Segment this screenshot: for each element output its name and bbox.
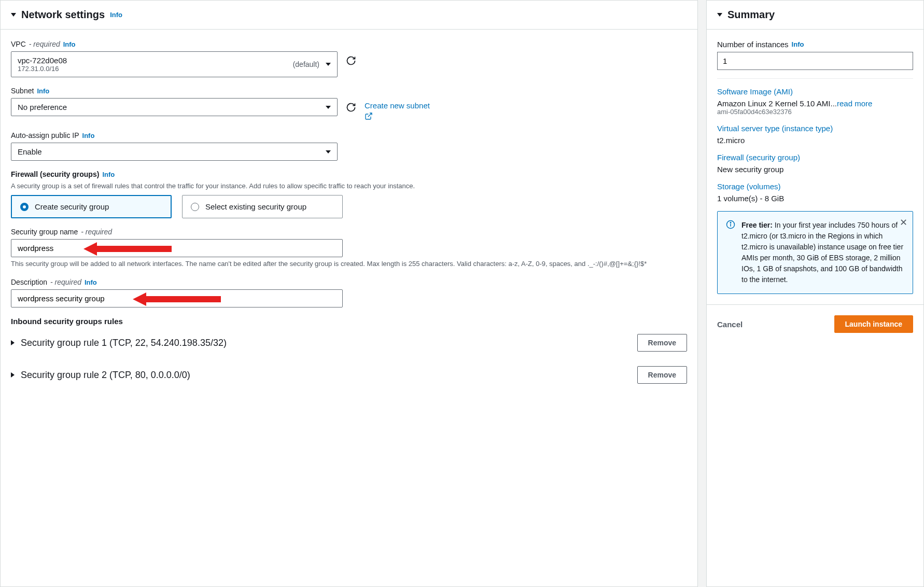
info-icon [726,220,735,285]
rule-row-2: Security group rule 2 (TCP, 80, 0.0.0.0/… [11,366,687,384]
chevron-down-icon [326,106,331,109]
required-text: - required [29,40,60,48]
chevron-down-icon [11,13,16,17]
select-sg-radio[interactable]: Select existing security group [182,195,343,218]
subnet-select[interactable]: No preference [11,98,338,116]
subnet-label: Subnet Info [11,87,687,95]
ami-name: Amazon Linux 2 Kernel 5.10 AMI... [717,99,837,108]
footer-actions: Cancel Launch instance [707,304,923,343]
public-ip-value: Enable [18,147,42,156]
sg-desc-input[interactable] [11,289,343,308]
info-link[interactable]: Info [102,171,115,178]
close-icon[interactable]: ✕ [900,217,907,228]
firewall-heading[interactable]: Firewall (security group) [717,153,913,162]
ami-heading[interactable]: Software Image (AMI) [717,87,913,96]
ami-id: ami-05fa00d4c63e32376 [717,108,913,116]
vpc-label-text: VPC [11,40,26,48]
sg-name-label: Security group name - required [11,228,687,236]
rule-row-1: Security group rule 1 (TCP, 22, 54.240.1… [11,334,687,352]
refresh-icon[interactable] [346,55,356,66]
sg-name-helper: This security group will be added to all… [11,259,687,269]
summary-panel: Summary Number of instances Info Softwar… [706,0,924,587]
cancel-button[interactable]: Cancel [717,320,743,329]
firewall-label-text: Firewall (security groups) [11,170,99,178]
launch-instance-button[interactable]: Launch instance [834,315,913,333]
public-ip-group: Auto-assign public IP Info Enable [11,131,687,161]
subnet-value: No preference [18,103,67,111]
info-link[interactable]: Info [110,11,122,19]
public-ip-label-text: Auto-assign public IP [11,131,79,139]
firewall-value: New security group [717,165,913,174]
instances-label: Number of instances Info [717,40,913,49]
sg-desc-label: Description - required Info [11,278,687,286]
radio-icon [191,203,199,211]
select-sg-label: Select existing security group [205,202,306,211]
firewall-label: Firewall (security groups) Info [11,170,687,178]
chevron-down-icon [326,63,331,66]
vpc-label: VPC - required Info [11,40,687,48]
vpc-default-text: (default) [293,60,319,68]
external-link-icon [365,112,430,122]
remove-rule-2-button[interactable]: Remove [637,366,687,384]
chevron-down-icon [326,150,331,153]
firewall-group: Firewall (security groups) Info A securi… [11,170,687,218]
subnet-group: Subnet Info No preference Create new sub… [11,87,687,122]
create-subnet-link[interactable]: Create new subnet [365,101,430,122]
vpc-cidr: 172.31.0.0/16 [18,65,293,73]
firewall-helper: A security group is a set of firewall ru… [11,181,687,191]
sg-desc-group: Description - required Info [11,278,687,308]
inbound-rules-header: Inbound security groups rules [11,317,687,326]
instances-input[interactable] [717,52,913,70]
info-link[interactable]: Info [37,87,49,95]
network-settings-panel: Network settings Info VPC - required Inf… [0,0,698,587]
svg-point-5 [730,222,731,223]
required-text: - required [81,228,112,236]
vpc-select[interactable]: vpc-722d0e08 172.31.0.0/16 (default) [11,51,338,77]
svg-line-0 [368,113,372,117]
sg-name-label-text: Security group name [11,228,78,236]
create-sg-label: Create security group [35,202,109,211]
form-body: VPC - required Info vpc-722d0e08 172.31.… [1,30,697,409]
refresh-icon[interactable] [346,102,356,113]
summary-header[interactable]: Summary [707,1,923,30]
info-link[interactable]: Info [82,132,95,139]
instance-type-value: t2.micro [717,136,913,145]
info-link[interactable]: Info [792,40,804,48]
free-tier-body: In your first year includes 750 hours of… [741,221,903,284]
ami-text: Amazon Linux 2 Kernel 5.10 AMI...read mo… [717,99,913,108]
free-tier-text: Free tier: In your first year includes 7… [741,220,904,285]
required-text: - required [50,278,81,286]
sg-name-group: Security group name - required This secu… [11,228,687,269]
remove-rule-1-button[interactable]: Remove [637,334,687,352]
vpc-group: VPC - required Info vpc-722d0e08 172.31.… [11,40,687,77]
sg-desc-label-text: Description [11,278,47,286]
radio-selected-icon [20,203,29,211]
chevron-down-icon [717,13,722,17]
network-settings-header[interactable]: Network settings Info [1,1,697,30]
instances-label-text: Number of instances [717,40,789,49]
sg-name-input[interactable] [11,239,343,257]
public-ip-select[interactable]: Enable [11,143,338,161]
info-link[interactable]: Info [85,278,97,286]
section-title: Network settings [21,9,105,21]
rule-2-title: Security group rule 2 (TCP, 80, 0.0.0.0/… [21,370,190,381]
rule-1-title: Security group rule 1 (TCP, 22, 54.240.1… [21,338,227,348]
read-more-link[interactable]: read more [837,99,872,108]
create-sg-radio[interactable]: Create security group [11,195,172,218]
chevron-right-icon[interactable] [11,372,15,378]
free-tier-bold: Free tier: [741,221,773,229]
free-tier-infobox: Free tier: In your first year includes 7… [717,211,913,294]
public-ip-label: Auto-assign public IP Info [11,131,687,139]
instance-type-heading[interactable]: Virtual server type (instance type) [717,124,913,133]
subnet-label-text: Subnet [11,87,34,95]
storage-heading[interactable]: Storage (volumes) [717,182,913,191]
storage-value: 1 volume(s) - 8 GiB [717,194,913,203]
vpc-value: vpc-722d0e08 [18,56,293,65]
summary-title: Summary [727,9,775,21]
create-subnet-text: Create new subnet [365,101,430,110]
info-link[interactable]: Info [63,40,76,48]
chevron-right-icon[interactable] [11,340,15,345]
